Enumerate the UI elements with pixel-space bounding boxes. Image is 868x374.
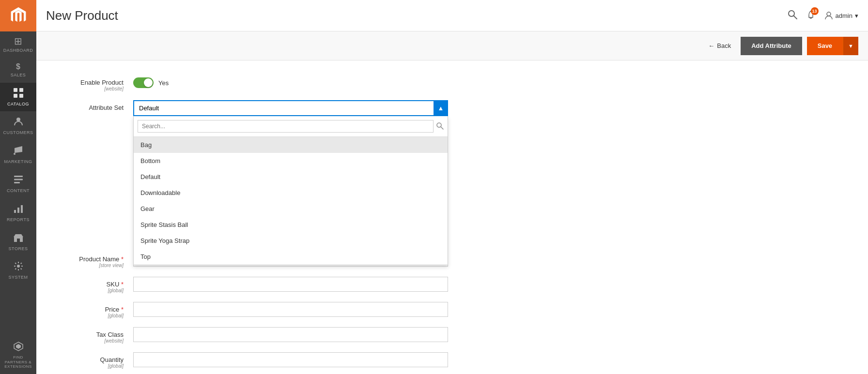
system-icon	[13, 261, 24, 273]
sku-label: SKU * [global]	[56, 277, 133, 293]
price-row: Price * [global]	[56, 302, 849, 318]
svg-rect-14	[17, 239, 20, 242]
svg-rect-11	[17, 208, 19, 213]
product-name-label: Product Name * [store view]	[56, 252, 133, 268]
dropdown-arrow-icon: ▲	[434, 100, 448, 116]
sidebar-item-reports-label: REPORTS	[7, 217, 30, 223]
dropdown-search-input[interactable]	[138, 120, 434, 133]
sku-scope: [global]	[56, 288, 124, 293]
search-icon[interactable]	[788, 10, 797, 22]
svg-rect-7	[14, 176, 23, 177]
sidebar-item-customers-label: CUSTOMERS	[3, 130, 33, 135]
sidebar-item-reports[interactable]: REPORTS	[0, 198, 36, 227]
sidebar-item-marketing-label: MARKETING	[4, 159, 32, 165]
svg-rect-2	[14, 94, 17, 98]
attribute-set-control: Default ▲	[133, 100, 448, 116]
reports-icon	[13, 203, 24, 215]
quantity-control	[133, 352, 448, 367]
sidebar-item-system[interactable]: SYSTEM	[0, 256, 36, 285]
notification-count: 13	[811, 7, 819, 15]
svg-point-4	[16, 118, 20, 121]
sidebar: ⊞ DASHBOARD $ SALES CATALOG CUSTOMERS	[0, 0, 36, 374]
admin-label: admin	[836, 12, 852, 19]
save-dropdown-button[interactable]: ▼	[843, 37, 858, 55]
sidebar-item-sales-label: SALES	[11, 73, 26, 78]
quantity-input[interactable]	[133, 352, 448, 367]
tax-class-scope: [website]	[56, 338, 124, 344]
admin-dropdown-icon: ▾	[855, 12, 858, 19]
tax-class-label: Tax Class [website]	[56, 327, 133, 344]
attribute-set-dropdown-popup: BagBottomDefaultDownloadableGearSprite S…	[133, 116, 448, 265]
enable-product-toggle[interactable]	[133, 77, 154, 88]
sidebar-item-customers[interactable]: CUSTOMERS	[0, 111, 36, 140]
dropdown-list-item[interactable]: Sprite Yoga Strap	[134, 233, 448, 249]
sidebar-logo[interactable]	[0, 0, 36, 31]
dropdown-list-item[interactable]: Sprite Stasis Ball	[134, 217, 448, 233]
sidebar-item-content[interactable]: CONTENT	[0, 169, 36, 198]
toggle-knob	[144, 78, 153, 87]
attribute-set-row: Attribute Set Default ▲	[56, 100, 849, 116]
dropdown-search-icon	[436, 122, 444, 131]
sidebar-item-marketing[interactable]: MARKETING	[0, 140, 36, 169]
extensions-svg-icon	[13, 341, 24, 352]
enable-product-toggle-text: Yes	[158, 79, 169, 87]
sidebar-item-dashboard-label: DASHBOARD	[3, 48, 33, 53]
save-button[interactable]: Save	[807, 37, 843, 55]
tax-class-control	[133, 327, 448, 342]
dashboard-icon: ⊞	[14, 36, 22, 46]
quantity-scope: [global]	[56, 363, 124, 369]
sidebar-item-extensions[interactable]: FIND PARTNERS & EXTENSIONS	[0, 336, 36, 374]
reports-svg-icon	[13, 203, 24, 214]
svg-rect-0	[14, 88, 17, 92]
price-input[interactable]	[133, 302, 448, 317]
price-scope: [global]	[56, 313, 124, 318]
svg-line-23	[441, 127, 443, 129]
content-icon	[13, 174, 24, 186]
form-content: Enable Product [website] Yes Attribute S…	[36, 60, 868, 374]
svg-line-19	[794, 16, 797, 19]
page-title: New Product	[46, 8, 118, 23]
marketing-icon	[13, 145, 24, 157]
back-arrow-icon: ←	[708, 42, 714, 49]
sidebar-item-catalog-label: CATALOG	[7, 102, 29, 107]
sidebar-item-stores[interactable]: STORES	[0, 227, 36, 256]
quantity-label: Quantity [global]	[56, 352, 133, 369]
svg-marker-17	[16, 344, 21, 349]
sku-control	[133, 277, 448, 292]
tax-class-input[interactable]	[133, 327, 448, 342]
marketing-svg-icon	[13, 145, 24, 156]
enable-product-scope: [website]	[56, 86, 124, 91]
dropdown-list-item[interactable]: Bottom	[134, 153, 448, 169]
svg-point-6	[14, 153, 16, 155]
top-header: New Product 13	[36, 0, 868, 31]
catalog-svg-icon	[13, 88, 24, 98]
sidebar-item-dashboard[interactable]: ⊞ DASHBOARD	[0, 31, 36, 58]
dropdown-search-area	[134, 116, 448, 137]
product-name-scope: [store view]	[56, 263, 124, 268]
catalog-icon	[13, 88, 24, 100]
notification-bell[interactable]: 13	[806, 10, 816, 21]
attribute-set-select[interactable]: Default ▲	[133, 100, 448, 116]
dropdown-list-item[interactable]: Gear	[134, 201, 448, 217]
admin-user-menu[interactable]: admin ▾	[824, 11, 858, 20]
sidebar-item-stores-label: STORES	[9, 246, 28, 252]
sku-input[interactable]	[133, 277, 448, 292]
back-link[interactable]: ← Back	[708, 42, 731, 49]
action-bar: ← Back Add Attribute Save ▼	[36, 31, 868, 60]
header-right: 13 admin ▾	[788, 10, 858, 22]
save-button-group: Save ▼	[807, 37, 858, 55]
dropdown-list-item[interactable]: Top	[134, 249, 448, 265]
extensions-icon	[13, 341, 24, 353]
sidebar-item-sales[interactable]: $ SALES	[0, 58, 36, 83]
dropdown-list-item[interactable]: Downloadable	[134, 185, 448, 201]
dropdown-list-item[interactable]: Bag	[134, 137, 448, 153]
add-attribute-button[interactable]: Add Attribute	[741, 37, 802, 55]
enable-product-control: Yes	[133, 75, 448, 88]
sidebar-item-system-label: SYSTEM	[8, 275, 28, 280]
svg-rect-3	[19, 94, 23, 98]
back-label: Back	[717, 42, 731, 49]
sales-icon: $	[16, 63, 20, 71]
sidebar-item-catalog[interactable]: CATALOG	[0, 83, 36, 112]
dropdown-list-item[interactable]: Default	[134, 169, 448, 185]
save-dropdown-arrow-icon: ▼	[848, 43, 853, 49]
